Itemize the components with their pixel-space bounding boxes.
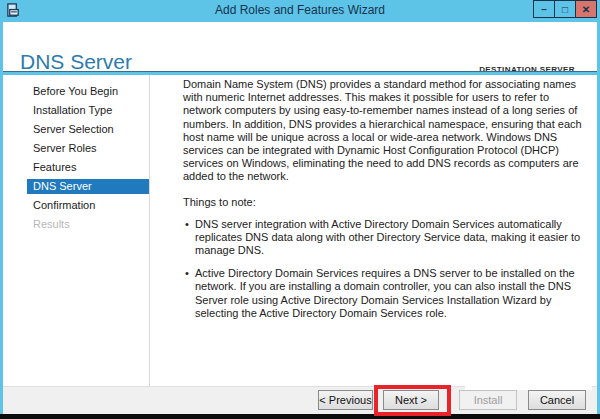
wizard-header: DNS Server DESTINATION SERVER: [3, 22, 597, 71]
maximize-button[interactable]: □: [554, 0, 576, 18]
cancel-button[interactable]: Cancel: [528, 390, 586, 410]
sidebar-item-installation-type[interactable]: Installation Type: [27, 103, 149, 118]
note-item: DNS server integration with Active Direc…: [183, 218, 583, 258]
add-roles-wizard-window: Add Roles and Features Wizard – □ ✕ DNS …: [0, 0, 600, 419]
previous-button[interactable]: < Previous: [318, 390, 373, 410]
sidebar-item-features[interactable]: Features: [27, 160, 149, 175]
next-button[interactable]: Next >: [383, 390, 439, 410]
white-patch-annotation: [465, 355, 592, 390]
bottom-edge: [0, 414, 600, 419]
titlebar: Add Roles and Features Wizard – □ ✕: [0, 0, 600, 22]
sidebar-item-dns-server[interactable]: DNS Server: [27, 179, 149, 194]
dns-server-description-pane: Domain Name System (DNS) provides a stan…: [183, 78, 583, 320]
sidebar-item-server-selection[interactable]: Server Selection: [27, 122, 149, 137]
window-controls: – □ ✕: [534, 0, 597, 18]
minimize-button[interactable]: –: [533, 0, 555, 18]
sidebar-item-server-roles[interactable]: Server Roles: [27, 141, 149, 156]
install-button: Install: [459, 390, 517, 410]
note-item: Active Directory Domain Services require…: [183, 267, 583, 320]
wizard-content: Before You Begin Installation Type Serve…: [3, 75, 597, 386]
window-title: Add Roles and Features Wizard: [0, 3, 600, 17]
dns-intro-paragraph: Domain Name System (DNS) provides a stan…: [183, 78, 583, 184]
sidebar-item-confirmation[interactable]: Confirmation: [27, 198, 149, 213]
notes-heading: Things to note:: [183, 196, 583, 208]
wizard-steps-sidebar: Before You Begin Installation Type Serve…: [3, 75, 150, 386]
sidebar-item-results: Results: [27, 217, 149, 232]
close-button[interactable]: ✕: [575, 0, 597, 18]
sidebar-item-before-you-begin[interactable]: Before You Begin: [27, 84, 149, 99]
